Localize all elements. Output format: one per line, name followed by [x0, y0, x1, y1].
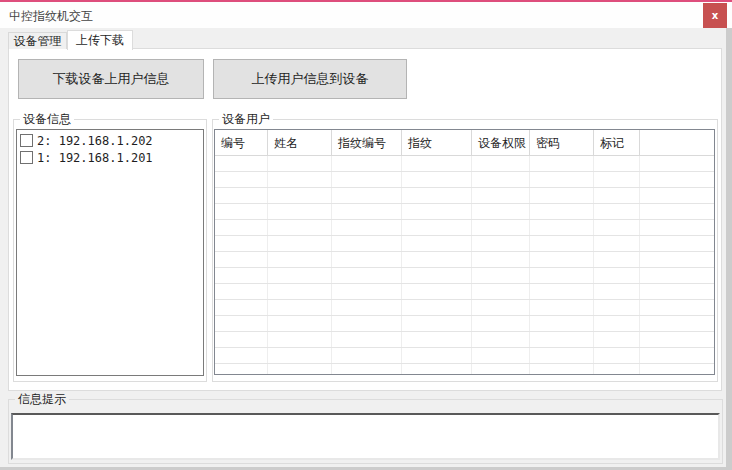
table-cell — [472, 156, 530, 171]
table-row[interactable] — [215, 252, 714, 268]
table-cell — [402, 204, 472, 219]
column-header-blank — [640, 130, 714, 155]
device-list-item-label: 2: 192.168.1.202 — [37, 134, 153, 148]
close-icon: x — [712, 10, 718, 21]
window-title: 中控指纹机交互 — [9, 8, 93, 25]
table-cell — [530, 220, 594, 235]
table-cell — [215, 364, 268, 375]
table-row[interactable] — [215, 332, 714, 348]
download-users-button[interactable]: 下载设备上用户信息 — [18, 59, 204, 99]
device-list-item[interactable]: 2: 192.168.1.202 — [17, 132, 203, 149]
table-cell — [215, 172, 268, 187]
checkbox-icon[interactable] — [20, 151, 33, 164]
table-row[interactable] — [215, 268, 714, 284]
upload-users-button[interactable]: 上传用户信息到设备 — [213, 59, 407, 99]
table-cell — [472, 204, 530, 219]
table-cell — [594, 364, 640, 375]
app-window: 中控指纹机交互 x 设备管理 上传下载 下载设备上用户信息 上传用户信息到设备 … — [0, 0, 732, 470]
table-row[interactable] — [215, 284, 714, 300]
device-users-grid[interactable]: 编号 姓名 指纹编号 指纹 设备权限 密码 标记 — [214, 129, 715, 375]
table-cell — [332, 300, 402, 315]
message-textbox[interactable] — [11, 413, 720, 460]
table-cell — [402, 220, 472, 235]
table-cell — [640, 188, 714, 203]
table-cell — [530, 332, 594, 347]
titlebar[interactable]: 中控指纹机交互 x — [0, 2, 732, 28]
upload-users-button-label: 上传用户信息到设备 — [252, 70, 369, 88]
column-header-name[interactable]: 姓名 — [268, 130, 332, 155]
table-cell — [472, 316, 530, 331]
table-row[interactable] — [215, 172, 714, 188]
table-cell — [332, 332, 402, 347]
window-accent-bar — [0, 0, 732, 2]
device-list-item[interactable]: 1: 192.168.1.201 — [17, 149, 203, 166]
table-cell — [402, 300, 472, 315]
table-cell — [332, 364, 402, 375]
table-cell — [640, 220, 714, 235]
table-cell — [332, 284, 402, 299]
device-list-item-label: 1: 192.168.1.201 — [37, 151, 153, 165]
table-row[interactable] — [215, 364, 714, 375]
table-cell — [530, 316, 594, 331]
table-cell — [332, 252, 402, 267]
table-row[interactable] — [215, 236, 714, 252]
table-cell — [332, 268, 402, 283]
close-button[interactable]: x — [703, 3, 727, 28]
table-cell — [640, 364, 714, 375]
table-cell — [640, 300, 714, 315]
table-cell — [640, 156, 714, 171]
table-cell — [215, 268, 268, 283]
column-header-id[interactable]: 编号 — [215, 130, 268, 155]
table-cell — [332, 236, 402, 251]
table-cell — [594, 172, 640, 187]
table-cell — [402, 156, 472, 171]
table-cell — [268, 220, 332, 235]
device-users-grid-header: 编号 姓名 指纹编号 指纹 设备权限 密码 标记 — [215, 130, 714, 156]
table-cell — [332, 220, 402, 235]
table-cell — [530, 284, 594, 299]
table-cell — [215, 236, 268, 251]
tab-upload-download[interactable]: 上传下载 — [67, 30, 133, 50]
table-cell — [530, 204, 594, 219]
table-cell — [640, 172, 714, 187]
table-cell — [530, 268, 594, 283]
table-row[interactable] — [215, 300, 714, 316]
table-cell — [268, 188, 332, 203]
table-cell — [640, 284, 714, 299]
table-cell — [268, 204, 332, 219]
table-cell — [402, 284, 472, 299]
message-group-label: 信息提示 — [15, 391, 69, 408]
table-cell — [594, 268, 640, 283]
tab-device-management[interactable]: 设备管理 — [8, 32, 67, 49]
table-cell — [215, 348, 268, 363]
tab-strip: 设备管理 上传下载 — [8, 29, 133, 49]
table-cell — [472, 252, 530, 267]
checkbox-icon[interactable] — [20, 134, 33, 147]
device-users-grid-body — [215, 156, 714, 375]
table-cell — [268, 316, 332, 331]
table-cell — [472, 364, 530, 375]
column-header-fingerprint[interactable]: 指纹 — [402, 130, 472, 155]
table-row[interactable] — [215, 156, 714, 172]
table-cell — [332, 204, 402, 219]
column-header-flag[interactable]: 标记 — [594, 130, 640, 155]
column-header-password[interactable]: 密码 — [530, 130, 594, 155]
table-cell — [268, 252, 332, 267]
device-info-group: 设备信息 2: 192.168.1.202 1: 192.168.1.201 — [13, 119, 207, 382]
table-row[interactable] — [215, 348, 714, 364]
table-row[interactable] — [215, 188, 714, 204]
table-row[interactable] — [215, 204, 714, 220]
table-cell — [594, 204, 640, 219]
table-cell — [332, 172, 402, 187]
table-cell — [402, 236, 472, 251]
column-header-fingerprint-id[interactable]: 指纹编号 — [332, 130, 402, 155]
table-cell — [530, 300, 594, 315]
table-cell — [640, 348, 714, 363]
download-users-button-label: 下载设备上用户信息 — [53, 70, 170, 88]
table-row[interactable] — [215, 316, 714, 332]
table-cell — [402, 316, 472, 331]
table-cell — [530, 172, 594, 187]
device-checklist[interactable]: 2: 192.168.1.202 1: 192.168.1.201 — [16, 129, 204, 376]
column-header-device-privilege[interactable]: 设备权限 — [472, 130, 530, 155]
table-row[interactable] — [215, 220, 714, 236]
